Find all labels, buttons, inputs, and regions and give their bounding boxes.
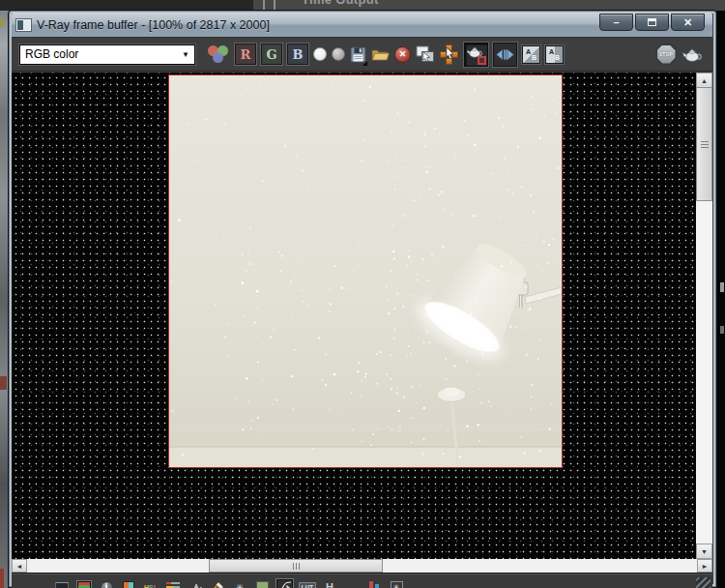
arrow-right-icon: ► bbox=[702, 563, 709, 570]
curves-pencil-icon bbox=[211, 581, 224, 588]
load-image-button[interactable] bbox=[371, 43, 390, 66]
arrow-down-icon: ▼ bbox=[701, 548, 708, 555]
ab-b-label: B bbox=[532, 54, 536, 61]
lut-icon: LUT bbox=[299, 582, 317, 588]
save-dropdown-arrow-icon bbox=[362, 61, 367, 66]
monochromatic-button[interactable] bbox=[332, 43, 345, 66]
screenshot-root: Time Output V-Ray frame buffer - [100% o… bbox=[0, 0, 725, 588]
blue-channel-button[interactable]: B bbox=[287, 44, 308, 65]
color-clamp-icon bbox=[123, 581, 134, 588]
chevron-down-icon: ▼ bbox=[182, 50, 189, 59]
background-detail bbox=[0, 569, 4, 588]
scroll-down-button[interactable]: ▼ bbox=[696, 544, 712, 559]
rgb-corrections-icon bbox=[77, 581, 91, 588]
info-icon: i bbox=[101, 581, 113, 588]
duplicate-to-max-button[interactable] bbox=[416, 43, 435, 66]
background-image-button[interactable] bbox=[254, 579, 270, 588]
region-render-button[interactable] bbox=[464, 43, 488, 67]
arrow-up-icon: ▲ bbox=[701, 77, 708, 84]
alpha-channel-icon bbox=[313, 47, 327, 61]
save-image-icon bbox=[350, 46, 366, 63]
vfb-window-icon bbox=[16, 19, 31, 31]
close-button[interactable]: ✕ bbox=[671, 14, 705, 31]
scroll-left-button[interactable]: ◄ bbox=[12, 559, 27, 573]
vertical-scrollbar[interactable]: ▲ ▼ bbox=[696, 73, 712, 559]
stop-render-button[interactable]: STOP bbox=[655, 43, 677, 66]
hsl-button[interactable]: HSL bbox=[143, 579, 159, 588]
duplicate-to-max-icon bbox=[416, 45, 435, 63]
lut-button[interactable]: LUT bbox=[300, 579, 315, 588]
width-fit-button[interactable]: ↔ bbox=[344, 579, 360, 588]
render-last-teapot-icon bbox=[682, 47, 703, 62]
red-blue-bars-icon bbox=[369, 581, 379, 588]
ab-compare-vertical-button[interactable]: A B bbox=[545, 45, 564, 64]
background-detail bbox=[720, 326, 724, 334]
monochromatic-icon bbox=[332, 47, 345, 61]
rgb-channels-icon bbox=[207, 44, 230, 65]
window-resize-grip[interactable] bbox=[696, 577, 710, 588]
ab-a-label: A bbox=[549, 48, 554, 55]
preview-monitor-button[interactable] bbox=[54, 579, 70, 588]
histogram-h-icon: H bbox=[326, 581, 334, 588]
scroll-right-button[interactable]: ► bbox=[697, 559, 712, 573]
rgb-channels-button[interactable] bbox=[207, 43, 230, 66]
white-balance-button[interactable]: ✳ bbox=[232, 579, 247, 588]
clear-image-icon: ✕ bbox=[394, 46, 411, 63]
folder-open-icon bbox=[371, 47, 390, 61]
horizontal-scrollbar[interactable]: ◄ ► bbox=[12, 559, 712, 573]
levels-histogram-button[interactable] bbox=[188, 579, 203, 588]
close-icon: ✕ bbox=[683, 16, 692, 29]
background-partial-label: Time Output bbox=[302, 0, 379, 7]
window-controls: – ✕ bbox=[597, 14, 705, 31]
background-image-icon bbox=[256, 581, 269, 588]
exposure-button[interactable] bbox=[210, 579, 225, 588]
color-corrections-toolbar: i HSL ✳ bbox=[12, 573, 712, 588]
icc-profile-button[interactable]: ✳ bbox=[389, 579, 404, 588]
rendered-image bbox=[169, 75, 562, 467]
stop-render-icon: STOP bbox=[655, 44, 677, 65]
red-channel-button[interactable]: R bbox=[235, 44, 256, 65]
background-window-right-sliver bbox=[719, 11, 725, 588]
horizontal-scroll-thumb[interactable] bbox=[209, 559, 383, 573]
pixel-info-button[interactable]: i bbox=[99, 579, 114, 588]
width-arrows-icon: ↔ bbox=[347, 581, 358, 588]
white-balance-icon: ✳ bbox=[236, 582, 244, 588]
alpha-channel-button[interactable] bbox=[313, 43, 327, 66]
background-detail bbox=[0, 18, 4, 26]
color-balance-button[interactable] bbox=[165, 579, 181, 588]
compare-horizontal-button[interactable] bbox=[493, 43, 517, 67]
compare-horizontal-icon bbox=[496, 48, 514, 61]
render-canvas[interactable] bbox=[12, 73, 696, 559]
maximize-icon bbox=[648, 18, 656, 26]
vertical-scroll-thumb[interactable] bbox=[696, 87, 712, 201]
channel-dropdown[interactable]: RGB color ▼ bbox=[19, 44, 195, 65]
background-detail bbox=[0, 376, 7, 390]
curve-editor-button[interactable] bbox=[276, 579, 293, 588]
ab-a-label: A bbox=[526, 48, 531, 55]
track-mouse-icon bbox=[440, 44, 459, 65]
scroll-up-button[interactable]: ▲ bbox=[696, 73, 712, 88]
ab-b-label: B bbox=[555, 54, 560, 61]
ab-compare-horizontal-button[interactable]: A B bbox=[522, 45, 540, 64]
channel-dropdown-value: RGB color bbox=[25, 47, 182, 61]
render-last-button[interactable] bbox=[682, 43, 703, 66]
green-channel-button[interactable]: G bbox=[261, 44, 282, 65]
rgb-corrections-button[interactable] bbox=[76, 579, 92, 588]
arrow-left-icon: ◄ bbox=[16, 563, 23, 570]
icc-star-icon: ✳ bbox=[391, 581, 403, 588]
region-render-teapot-icon bbox=[466, 44, 486, 65]
maximize-button[interactable] bbox=[635, 14, 669, 31]
track-mouse-button[interactable] bbox=[440, 43, 459, 66]
background-detail bbox=[720, 282, 724, 292]
stereo-channels-button[interactable] bbox=[366, 579, 382, 588]
title-bar[interactable]: V-Ray frame buffer - [100% of 2817 x 200… bbox=[12, 13, 712, 37]
color-clamp-button[interactable] bbox=[121, 579, 136, 588]
minimize-icon: – bbox=[613, 19, 619, 25]
minimize-button[interactable]: – bbox=[599, 14, 633, 31]
clear-image-button[interactable]: ✕ bbox=[394, 43, 411, 66]
histogram-h-button[interactable]: H bbox=[322, 579, 337, 588]
curve-editor-icon bbox=[278, 581, 291, 588]
vray-frame-buffer-window: V-Ray frame buffer - [100% of 2817 x 200… bbox=[8, 10, 717, 588]
save-image-button[interactable] bbox=[350, 43, 366, 66]
rendered-image-region[interactable] bbox=[168, 74, 563, 468]
